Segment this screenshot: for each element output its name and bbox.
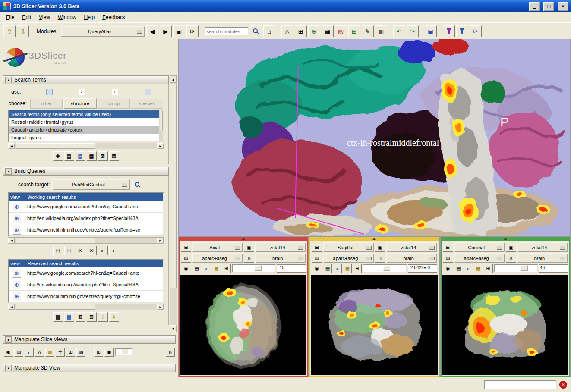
choose-group-button[interactable]: group: [98, 99, 130, 109]
foreground-select[interactable]: zstat14: [255, 242, 306, 252]
horizontal-scrollbar[interactable]: ◀ ▶: [8, 143, 164, 149]
foreground-layer-button[interactable]: ▣: [506, 243, 516, 252]
add-term-button[interactable]: ✚: [53, 151, 63, 161]
menu-file[interactable]: File: [2, 13, 18, 22]
deselect-results-button[interactable]: ▤: [64, 246, 74, 255]
undo-button[interactable]: ↶: [393, 25, 405, 37]
orientation-select[interactable]: Coronal: [454, 242, 505, 252]
save-bookmarks-button[interactable]: ⇩: [109, 312, 119, 322]
build-queries-header[interactable]: ▴ Build Queries: [3, 167, 169, 176]
measurements-module-button[interactable]: ⊞: [348, 25, 360, 37]
open-link-button[interactable]: ⊕: [12, 292, 21, 301]
screen-capture-button[interactable]: ▣: [425, 25, 437, 37]
open-link-button[interactable]: ⊕: [12, 226, 21, 235]
slice-fade-button[interactable]: ▤: [454, 264, 463, 273]
axial-slice-image[interactable]: [180, 276, 306, 374]
slice-stripe[interactable]: [310, 238, 438, 241]
slice-offset-slider[interactable]: [363, 264, 407, 273]
scroll-down-icon[interactable]: ▼: [170, 325, 177, 332]
mouse-place-button[interactable]: [456, 25, 468, 37]
deselect-reserved-button[interactable]: ▤: [64, 312, 74, 322]
module-history-button[interactable]: ▣: [173, 25, 185, 37]
status-input[interactable]: [484, 380, 557, 389]
slices-annotation-button[interactable]: A: [35, 348, 44, 357]
collapse-handle-icon[interactable]: [503, 238, 508, 240]
result-url[interactable]: http://www.ncbi.nlm.nih.gov/entrez/query…: [25, 227, 163, 232]
slices-features-button[interactable]: ▣: [104, 348, 114, 357]
background-select[interactable]: brain: [255, 253, 306, 263]
background-select[interactable]: brain: [386, 253, 437, 263]
scroll-right-icon[interactable]: ▶: [157, 304, 164, 310]
choose-other-button[interactable]: other: [30, 99, 63, 109]
search-target-select[interactable]: PubMedCentral: [52, 179, 130, 190]
reserve-result-button[interactable]: ▸: [98, 246, 108, 255]
scroll-right-icon[interactable]: ▶: [157, 238, 164, 243]
orientation-select[interactable]: Axial: [192, 242, 243, 252]
result-url[interactable]: http://www.google.com/search?hl-en&q=Cau…: [25, 204, 163, 209]
foreground-select[interactable]: zstat14: [386, 242, 437, 252]
delete-term-button[interactable]: ⊠: [98, 151, 108, 161]
panel-vertical-scrollbar[interactable]: ▲ ▼: [170, 75, 177, 332]
background-select[interactable]: brain: [517, 253, 568, 263]
choose-species-button[interactable]: species: [131, 99, 163, 109]
use-species-checkbox[interactable]: [145, 89, 151, 95]
open-link-button[interactable]: ⊕: [12, 269, 21, 278]
colors-module-button[interactable]: ▥: [375, 25, 387, 37]
use-all-terms-button[interactable]: ▤: [64, 151, 74, 161]
menu-help[interactable]: Help: [80, 13, 99, 22]
home-module-button[interactable]: ⌂: [263, 25, 275, 37]
label-layer-button[interactable]: ▤: [181, 254, 191, 263]
redo-button[interactable]: ↷: [407, 25, 419, 37]
slices-label-opacity-button[interactable]: ▦: [45, 348, 54, 357]
module-forward-button[interactable]: ▶: [160, 25, 172, 37]
error-icon[interactable]: ✕: [559, 381, 567, 389]
background-layer-button[interactable]: B: [244, 254, 254, 263]
list-item[interactable]: Lingual+gyrus: [9, 134, 163, 141]
label-layer-button[interactable]: ▤: [312, 254, 322, 263]
use-structure-checkbox[interactable]: ✓: [79, 89, 85, 95]
slices-grid-button[interactable]: ⊞: [66, 348, 75, 357]
result-url[interactable]: http://en.wikipedia.org/w/index.php?titl…: [25, 216, 163, 221]
foreground-layer-button[interactable]: ▣: [244, 243, 254, 252]
manipulate-slices-header[interactable]: ▴ Manipulate Slice Views: [3, 335, 176, 344]
reserve-all-results-button[interactable]: ▸: [109, 246, 119, 255]
list-vertical-scrollbar[interactable]: [159, 110, 163, 141]
menu-window[interactable]: Window: [54, 13, 80, 22]
delete-all-results-button[interactable]: ⊠: [87, 246, 97, 255]
view-refresh-button[interactable]: ⟳: [470, 25, 482, 37]
slice-stripe[interactable]: [442, 238, 569, 241]
select-all-reserved-button[interactable]: ▤: [53, 312, 63, 322]
slice-fade-button[interactable]: ▤: [323, 264, 332, 273]
run-search-button[interactable]: [132, 180, 142, 189]
delete-result-button[interactable]: ⊠: [76, 246, 85, 255]
slice-colors-button[interactable]: ▦: [212, 264, 221, 273]
title-bar[interactable]: 3D Slicer Version 3.0 Beta ▁ ▢ ✕: [0, 0, 571, 12]
delete-reserved-button[interactable]: ⊠: [76, 312, 85, 322]
slice-offset-slider[interactable]: [494, 264, 538, 273]
axial-slice-view[interactable]: [180, 275, 306, 375]
result-url[interactable]: http://www.google.com/search?hl-en&q=Cau…: [25, 270, 163, 276]
slice-visibility-button[interactable]: ◉: [312, 264, 322, 273]
3d-view[interactable]: ctx-lh-rostralmiddlefrontal P: [179, 39, 570, 236]
manipulate-3d-header[interactable]: ▴ Manipulate 3D View: [3, 364, 176, 372]
minimize-button[interactable]: ▁: [529, 2, 540, 11]
slice-grid-button[interactable]: ⊞: [484, 264, 493, 273]
foreground-layer-button[interactable]: ▣: [375, 243, 385, 252]
module-search-button[interactable]: [250, 25, 262, 37]
slices-fit-button[interactable]: ⊞: [94, 348, 103, 357]
slice-opacity-button[interactable]: ◐: [464, 264, 473, 273]
slice-opacity-button[interactable]: ◐: [333, 264, 342, 273]
save-scene-button[interactable]: ⇩: [17, 25, 29, 37]
fiducials-module-button[interactable]: ▨: [335, 25, 347, 37]
list-item[interactable]: Caudal+anterior+cingulate+cortex: [9, 126, 163, 134]
foreground-select[interactable]: zstat14: [517, 242, 568, 252]
use-group-checkbox[interactable]: ✓: [112, 89, 118, 95]
slices-fade-button[interactable]: ▤: [14, 348, 23, 357]
search-terms-header[interactable]: ▴ Search Terms: [3, 75, 169, 84]
scroll-up-icon[interactable]: ▲: [170, 76, 177, 83]
volumes-module-button[interactable]: ⊞: [295, 25, 307, 37]
scroll-right-icon[interactable]: ▶: [157, 143, 164, 149]
scroll-left-icon[interactable]: ◀: [8, 143, 15, 149]
collapse-handle-icon[interactable]: [372, 238, 376, 240]
slice-link-button[interactable]: ⊞: [312, 243, 322, 252]
